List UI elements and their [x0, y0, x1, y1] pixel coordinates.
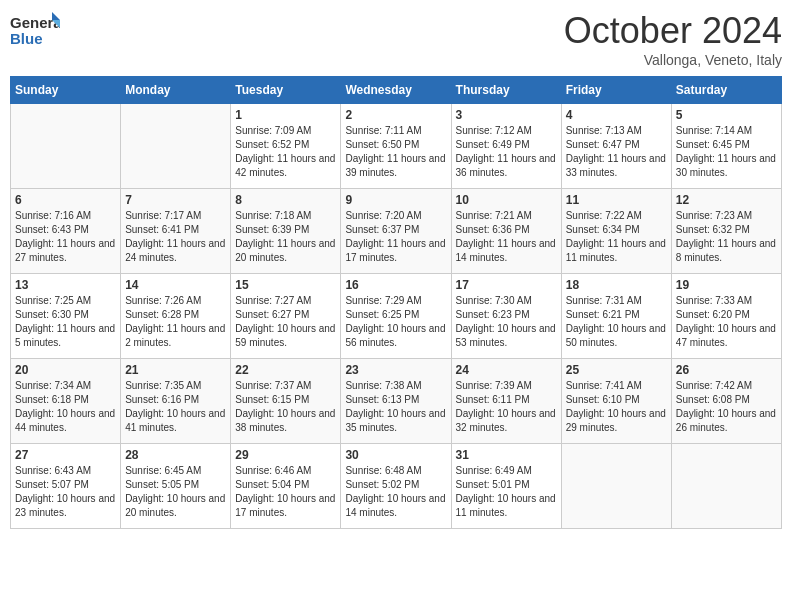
cell-info: Sunrise: 7:22 AM	[566, 209, 667, 223]
cell-info: Sunrise: 7:42 AM	[676, 379, 777, 393]
day-number: 7	[125, 193, 226, 207]
day-number: 5	[676, 108, 777, 122]
cell-info: Sunrise: 7:41 AM	[566, 379, 667, 393]
calendar-header-row: SundayMondayTuesdayWednesdayThursdayFrid…	[11, 77, 782, 104]
cell-info: Daylight: 10 hours and 38 minutes.	[235, 407, 336, 435]
cell-info: Sunrise: 7:20 AM	[345, 209, 446, 223]
cell-info: Sunset: 6:37 PM	[345, 223, 446, 237]
cell-info: Daylight: 10 hours and 26 minutes.	[676, 407, 777, 435]
logo-graphic: General Blue	[10, 10, 60, 54]
day-number: 27	[15, 448, 116, 462]
cell-info: Sunset: 5:05 PM	[125, 478, 226, 492]
cell-info: Daylight: 10 hours and 50 minutes.	[566, 322, 667, 350]
column-header-sunday: Sunday	[11, 77, 121, 104]
day-number: 31	[456, 448, 557, 462]
day-number: 25	[566, 363, 667, 377]
day-number: 1	[235, 108, 336, 122]
calendar-cell: 27Sunrise: 6:43 AMSunset: 5:07 PMDayligh…	[11, 444, 121, 529]
cell-info: Sunset: 5:01 PM	[456, 478, 557, 492]
calendar-cell: 30Sunrise: 6:48 AMSunset: 5:02 PMDayligh…	[341, 444, 451, 529]
day-number: 4	[566, 108, 667, 122]
cell-info: Sunset: 6:18 PM	[15, 393, 116, 407]
cell-info: Sunrise: 7:38 AM	[345, 379, 446, 393]
cell-info: Sunrise: 7:34 AM	[15, 379, 116, 393]
cell-info: Sunrise: 7:21 AM	[456, 209, 557, 223]
calendar-cell: 15Sunrise: 7:27 AMSunset: 6:27 PMDayligh…	[231, 274, 341, 359]
day-number: 23	[345, 363, 446, 377]
calendar-cell	[11, 104, 121, 189]
location: Vallonga, Veneto, Italy	[564, 52, 782, 68]
cell-info: Daylight: 11 hours and 20 minutes.	[235, 237, 336, 265]
cell-info: Daylight: 10 hours and 23 minutes.	[15, 492, 116, 520]
logo: General Blue	[10, 10, 60, 54]
calendar-cell: 18Sunrise: 7:31 AMSunset: 6:21 PMDayligh…	[561, 274, 671, 359]
day-number: 18	[566, 278, 667, 292]
cell-info: Sunset: 6:34 PM	[566, 223, 667, 237]
day-number: 2	[345, 108, 446, 122]
cell-info: Sunrise: 7:37 AM	[235, 379, 336, 393]
cell-info: Sunset: 6:43 PM	[15, 223, 116, 237]
cell-info: Sunrise: 7:33 AM	[676, 294, 777, 308]
calendar-week-row: 6Sunrise: 7:16 AMSunset: 6:43 PMDaylight…	[11, 189, 782, 274]
cell-info: Sunset: 6:52 PM	[235, 138, 336, 152]
cell-info: Sunrise: 7:27 AM	[235, 294, 336, 308]
day-number: 8	[235, 193, 336, 207]
calendar-cell: 11Sunrise: 7:22 AMSunset: 6:34 PMDayligh…	[561, 189, 671, 274]
day-number: 28	[125, 448, 226, 462]
calendar-cell	[561, 444, 671, 529]
calendar-cell: 9Sunrise: 7:20 AMSunset: 6:37 PMDaylight…	[341, 189, 451, 274]
cell-info: Daylight: 11 hours and 33 minutes.	[566, 152, 667, 180]
day-number: 20	[15, 363, 116, 377]
cell-info: Sunset: 6:15 PM	[235, 393, 336, 407]
calendar-cell: 20Sunrise: 7:34 AMSunset: 6:18 PMDayligh…	[11, 359, 121, 444]
calendar-cell: 14Sunrise: 7:26 AMSunset: 6:28 PMDayligh…	[121, 274, 231, 359]
column-header-saturday: Saturday	[671, 77, 781, 104]
cell-info: Sunset: 6:30 PM	[15, 308, 116, 322]
cell-info: Daylight: 10 hours and 20 minutes.	[125, 492, 226, 520]
cell-info: Daylight: 10 hours and 14 minutes.	[345, 492, 446, 520]
cell-info: Daylight: 11 hours and 30 minutes.	[676, 152, 777, 180]
cell-info: Sunset: 6:11 PM	[456, 393, 557, 407]
cell-info: Sunrise: 7:17 AM	[125, 209, 226, 223]
cell-info: Daylight: 11 hours and 11 minutes.	[566, 237, 667, 265]
day-number: 21	[125, 363, 226, 377]
calendar-cell: 17Sunrise: 7:30 AMSunset: 6:23 PMDayligh…	[451, 274, 561, 359]
calendar-cell: 8Sunrise: 7:18 AMSunset: 6:39 PMDaylight…	[231, 189, 341, 274]
cell-info: Daylight: 10 hours and 47 minutes.	[676, 322, 777, 350]
svg-text:Blue: Blue	[10, 30, 43, 47]
cell-info: Sunset: 6:16 PM	[125, 393, 226, 407]
calendar-cell: 4Sunrise: 7:13 AMSunset: 6:47 PMDaylight…	[561, 104, 671, 189]
day-number: 10	[456, 193, 557, 207]
cell-info: Sunrise: 7:12 AM	[456, 124, 557, 138]
cell-info: Daylight: 11 hours and 36 minutes.	[456, 152, 557, 180]
cell-info: Sunset: 6:20 PM	[676, 308, 777, 322]
cell-info: Sunrise: 7:39 AM	[456, 379, 557, 393]
cell-info: Sunset: 6:41 PM	[125, 223, 226, 237]
cell-info: Sunset: 6:21 PM	[566, 308, 667, 322]
cell-info: Sunrise: 7:29 AM	[345, 294, 446, 308]
cell-info: Daylight: 10 hours and 44 minutes.	[15, 407, 116, 435]
cell-info: Sunset: 6:50 PM	[345, 138, 446, 152]
day-number: 22	[235, 363, 336, 377]
cell-info: Sunrise: 7:11 AM	[345, 124, 446, 138]
calendar-cell: 13Sunrise: 7:25 AMSunset: 6:30 PMDayligh…	[11, 274, 121, 359]
column-header-wednesday: Wednesday	[341, 77, 451, 104]
cell-info: Sunset: 6:36 PM	[456, 223, 557, 237]
cell-info: Sunrise: 7:25 AM	[15, 294, 116, 308]
cell-info: Daylight: 11 hours and 39 minutes.	[345, 152, 446, 180]
day-number: 9	[345, 193, 446, 207]
cell-info: Daylight: 11 hours and 5 minutes.	[15, 322, 116, 350]
cell-info: Sunset: 6:27 PM	[235, 308, 336, 322]
cell-info: Daylight: 10 hours and 17 minutes.	[235, 492, 336, 520]
calendar-week-row: 1Sunrise: 7:09 AMSunset: 6:52 PMDaylight…	[11, 104, 782, 189]
day-number: 19	[676, 278, 777, 292]
calendar-week-row: 27Sunrise: 6:43 AMSunset: 5:07 PMDayligh…	[11, 444, 782, 529]
cell-info: Daylight: 11 hours and 42 minutes.	[235, 152, 336, 180]
day-number: 14	[125, 278, 226, 292]
cell-info: Sunset: 6:32 PM	[676, 223, 777, 237]
cell-info: Daylight: 10 hours and 29 minutes.	[566, 407, 667, 435]
cell-info: Daylight: 10 hours and 35 minutes.	[345, 407, 446, 435]
calendar-cell: 10Sunrise: 7:21 AMSunset: 6:36 PMDayligh…	[451, 189, 561, 274]
cell-info: Sunrise: 6:46 AM	[235, 464, 336, 478]
title-section: October 2024 Vallonga, Veneto, Italy	[564, 10, 782, 68]
